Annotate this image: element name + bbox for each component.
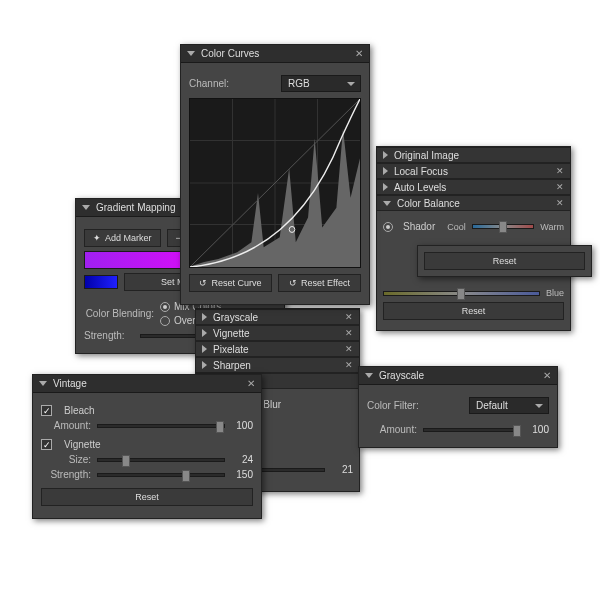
close-icon[interactable]: ✕	[247, 378, 255, 389]
sharpen-section[interactable]: Sharpen✕	[196, 357, 359, 373]
grayscale-title: Grayscale	[379, 370, 543, 381]
bleach-label: Bleach	[64, 405, 95, 416]
collapse-icon	[39, 381, 47, 386]
blur-amount-value: 21	[331, 464, 353, 475]
strength-label: Strength:	[84, 330, 134, 341]
color-filter-select[interactable]: Default	[469, 397, 549, 414]
cool-warm-slider[interactable]	[472, 224, 535, 229]
vignette-size-label: Size:	[41, 454, 91, 465]
channel-select[interactable]: RGB	[281, 75, 361, 92]
local-focus-section[interactable]: Local Focus✕	[377, 163, 570, 179]
shadow-label: Shador	[403, 221, 435, 232]
grayscale-section[interactable]: Grayscale✕	[196, 309, 359, 325]
close-icon[interactable]: ✕	[345, 344, 353, 354]
grayscale-panel: Grayscale ✕ Color Filter: Default Amount…	[358, 366, 558, 448]
right-panel: Original Image Local Focus✕ Auto Levels✕…	[376, 146, 571, 331]
marker-color-swatch[interactable]	[84, 275, 118, 289]
close-icon[interactable]: ✕	[543, 370, 551, 381]
undo-icon: ↺	[289, 278, 297, 288]
color-curves-titlebar[interactable]: Color Curves ✕	[181, 45, 369, 63]
vintage-title: Vintage	[53, 378, 247, 389]
channel-label: Channel:	[189, 78, 229, 89]
pixelate-section[interactable]: Pixelate✕	[196, 341, 359, 357]
bleach-amount-value: 100	[231, 420, 253, 431]
vintage-titlebar[interactable]: Vintage ✕	[33, 375, 261, 393]
warm-label: Warm	[540, 222, 564, 232]
grayscale-amount-slider[interactable]	[423, 428, 521, 432]
overlay-colors-radio[interactable]	[160, 316, 170, 326]
close-icon[interactable]: ✕	[556, 166, 564, 176]
grayscale-amount-value: 100	[527, 424, 549, 435]
plus-icon: ✦	[93, 233, 101, 243]
bleach-amount-slider[interactable]	[97, 424, 225, 428]
original-image-section[interactable]: Original Image	[377, 147, 570, 163]
collapse-icon	[365, 373, 373, 378]
reset-button-2[interactable]: Reset	[383, 302, 564, 320]
close-icon[interactable]: ✕	[556, 182, 564, 192]
auto-levels-section[interactable]: Auto Levels✕	[377, 179, 570, 195]
color-filter-label: Color Filter:	[367, 400, 419, 411]
curve-graph[interactable]	[189, 98, 361, 268]
close-icon[interactable]: ✕	[345, 328, 353, 338]
color-balance-section[interactable]: Color Balance✕	[377, 195, 570, 211]
collapse-icon	[187, 51, 195, 56]
close-icon[interactable]: ✕	[345, 360, 353, 370]
undo-icon: ↺	[199, 278, 207, 288]
vintage-reset-button[interactable]: Reset	[41, 488, 253, 506]
close-icon[interactable]: ✕	[556, 198, 564, 208]
bleach-amount-label: Amount:	[41, 420, 91, 431]
vignette-strength-label: Strength:	[41, 469, 91, 480]
color-blending-label: Color Blending:	[84, 308, 154, 319]
color-curves-panel: Color Curves ✕ Channel: RGB	[180, 44, 370, 305]
shadow-radio[interactable]	[383, 222, 393, 232]
mix-colors-radio[interactable]	[160, 302, 170, 312]
vignette-section[interactable]: Vignette✕	[196, 325, 359, 341]
yellow-blue-slider[interactable]	[383, 291, 540, 296]
grayscale-titlebar[interactable]: Grayscale ✕	[359, 367, 557, 385]
cool-label: Cool	[447, 222, 466, 232]
grayscale-amount-label: Amount:	[367, 424, 417, 435]
vignette-size-slider[interactable]	[97, 458, 225, 462]
reset-button[interactable]: Reset	[424, 252, 585, 270]
color-curves-title: Color Curves	[201, 48, 355, 59]
vignette-size-value: 24	[231, 454, 253, 465]
reset-effect-button[interactable]: ↺Reset Effect	[278, 274, 361, 292]
vignette-strength-value: 150	[231, 469, 253, 480]
vignette-label: Vignette	[64, 439, 101, 450]
reset-subpanel-1: Reset	[417, 245, 592, 277]
vintage-panel: Vintage ✕ Bleach Amount: 100 Vignette Si…	[32, 374, 262, 519]
add-marker-button[interactable]: ✦Add Marker	[84, 229, 161, 247]
vignette-checkbox[interactable]	[41, 439, 52, 450]
close-icon[interactable]: ✕	[355, 48, 363, 59]
reset-curve-button[interactable]: ↺Reset Curve	[189, 274, 272, 292]
vignette-strength-slider[interactable]	[97, 473, 225, 477]
blue-label: Blue	[546, 288, 564, 298]
bleach-checkbox[interactable]	[41, 405, 52, 416]
collapse-icon	[82, 205, 90, 210]
close-icon[interactable]: ✕	[345, 312, 353, 322]
